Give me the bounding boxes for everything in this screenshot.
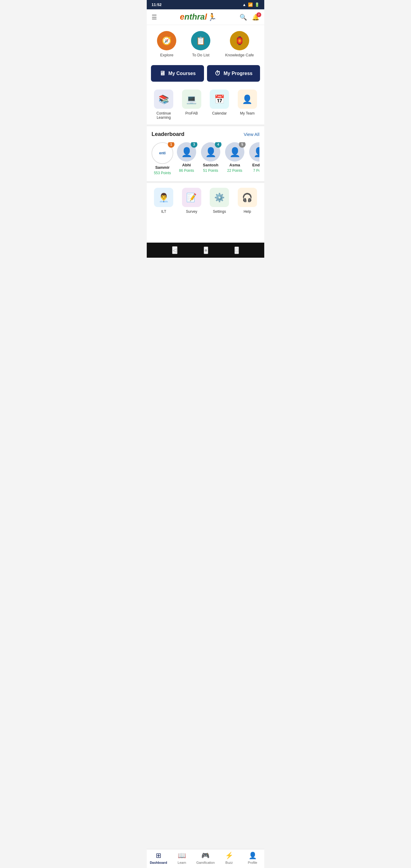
menu-button[interactable]: ☰ [152,13,157,21]
status-time: 11:52 [152,2,161,7]
my-team-icon-bg: 👤 [238,90,257,109]
team-icon: 👤 [242,94,253,104]
android-back-button[interactable]: ◁ [172,246,178,254]
feature-ilt[interactable]: 👨‍💼 ILT [152,188,176,214]
rank-badge-4: 4 [215,142,221,148]
leader-avatar-wrap-abhi: 👤 3 [177,142,196,161]
todo-label: To Do List [192,53,210,57]
leader-item-abhi[interactable]: 👤 3 Abhi 86 Points [176,142,197,175]
signal-icon: 📶 [248,2,253,7]
survey-icon: 📝 [186,193,197,203]
settings-label: Settings [213,210,226,214]
courses-icon: 🖥 [159,70,165,77]
feature-calendar[interactable]: 📅 Calendar [207,90,231,120]
wifi-icon: ▲ [242,2,246,7]
book-icon: 📚 [158,94,169,104]
leader-name-endu: Endu... [252,163,259,167]
quick-item-todo[interactable]: 📋 To Do List [191,31,210,57]
compass-icon: 🧭 [162,36,171,45]
santosh-person-icon: 👤 [205,147,216,157]
explore-icon-bg: 🧭 [157,31,176,50]
android-navigation-bar: ◁ ● □ [147,243,264,258]
leader-points-endu: 7 Poi... [253,168,259,173]
quick-item-knowledge[interactable]: 🏮 Knowledge Cafe [225,31,254,57]
my-progress-button[interactable]: ⏱ My Progress [207,65,260,82]
endu-person-icon: 👤 [253,147,260,157]
ilt-icon-bg: 👨‍💼 [154,188,173,207]
sammir-logo: enti [159,151,165,155]
leaderboard-list: enti 1 Sammir 553 Points 👤 3 Abhi 86 Poi… [152,142,259,176]
leader-item-endu[interactable]: 👤 Endu... 7 Poi... [248,142,259,175]
feature-help[interactable]: 🎧 Help [235,188,259,214]
android-recents-button[interactable]: □ [234,247,239,254]
app-logo: e nthra l 🏃 [180,12,217,22]
avatar-endu: 👤 [249,142,259,161]
logo-person-icon: 🏃 [208,13,217,22]
bottom-features-section: 👨‍💼 ILT 📝 Survey ⚙️ Settings 🎧 Help [147,183,264,218]
settings-icon-bg: ⚙️ [210,188,229,207]
ilt-label: ILT [161,210,166,214]
laptop-icon: 💻 [186,94,197,104]
explore-label: Explore [160,53,173,57]
main-content: 🧭 Explore 📋 To Do List 🏮 Knowledge Cafe … [147,25,264,243]
calendar-label: Calendar [212,111,227,116]
logo-e: e [180,12,184,22]
leader-points-santosh: 51 Points [203,168,218,173]
knowledge-icon-bg: 🏮 [230,31,249,50]
my-progress-label: My Progress [224,71,253,76]
continue-learning-icon-bg: 📚 [154,90,173,109]
leaderboard-section: Leaderboard View All enti 1 Sammir 553 P… [147,126,264,183]
leaderboard-header: Leaderboard View All [152,131,259,137]
notification-button[interactable]: 🔔 7 [252,13,259,21]
headset-icon: 🎧 [242,193,253,203]
feature-continue-learning[interactable]: 📚 Continue Learning [152,90,176,120]
feature-profab[interactable]: 💻 ProFAB [180,90,204,120]
abhi-person-icon: 👤 [181,147,192,157]
search-icon: 🔍 [240,14,247,21]
quick-item-explore[interactable]: 🧭 Explore [157,31,176,57]
knowledge-label: Knowledge Cafe [225,53,254,57]
logo-rest: nthra [184,12,205,22]
feature-my-team[interactable]: 👤 My Team [235,90,259,120]
leader-points-asma: 22 Points [227,168,242,173]
settings-icon: ⚙️ [214,193,225,203]
search-button[interactable]: 🔍 [240,13,247,21]
progress-icon: ⏱ [215,70,221,77]
logo-l: l [205,12,207,22]
my-team-label: My Team [240,111,255,116]
leader-points-abhi: 86 Points [179,168,194,173]
todo-icon-bg: 📋 [191,31,210,50]
feature-settings[interactable]: ⚙️ Settings [207,188,231,214]
leader-item-santosh[interactable]: 👤 4 Santosh 51 Points [200,142,221,175]
my-courses-label: My Courses [168,71,196,76]
asma-person-icon: 👤 [229,147,241,157]
profab-label: ProFAB [185,111,198,116]
leader-points-sammir: 553 Points [154,171,171,175]
leader-avatar-wrap-sammir: enti 1 [152,142,173,164]
rank-badge-1: 1 [168,142,175,148]
battery-icon: 🔋 [255,2,259,7]
hamburger-icon: ☰ [152,14,157,21]
rank-badge-5: 5 [239,142,246,148]
leader-name-sammir: Sammir [155,165,170,170]
knowledge-icon: 🏮 [235,36,244,45]
profab-icon-bg: 💻 [182,90,201,109]
leader-item-asma[interactable]: 👤 5 Asma 22 Points [224,142,246,175]
rank-badge-3: 3 [191,142,197,148]
android-home-button[interactable]: ● [204,247,208,254]
leader-avatar-wrap-santosh: 👤 4 [201,142,220,161]
survey-label: Survey [186,210,197,214]
feature-survey[interactable]: 📝 Survey [180,188,204,214]
view-all-link[interactable]: View All [244,132,259,137]
leader-name-santosh: Santosh [203,163,218,167]
leader-item-sammir[interactable]: enti 1 Sammir 553 Points [152,142,173,175]
leader-name-asma: Asma [229,163,240,167]
status-bar: 11:52 ▲ 📶 🔋 [147,0,264,9]
ilt-icon: 👨‍💼 [158,193,169,203]
calendar-icon: 📅 [214,94,225,104]
header: ☰ e nthra l 🏃 🔍 🔔 7 [147,9,264,25]
leader-name-abhi: Abhi [182,163,191,167]
my-courses-button[interactable]: 🖥 My Courses [151,65,204,82]
header-action-icons: 🔍 🔔 7 [240,13,259,21]
action-buttons-row: 🖥 My Courses ⏱ My Progress [147,62,264,85]
